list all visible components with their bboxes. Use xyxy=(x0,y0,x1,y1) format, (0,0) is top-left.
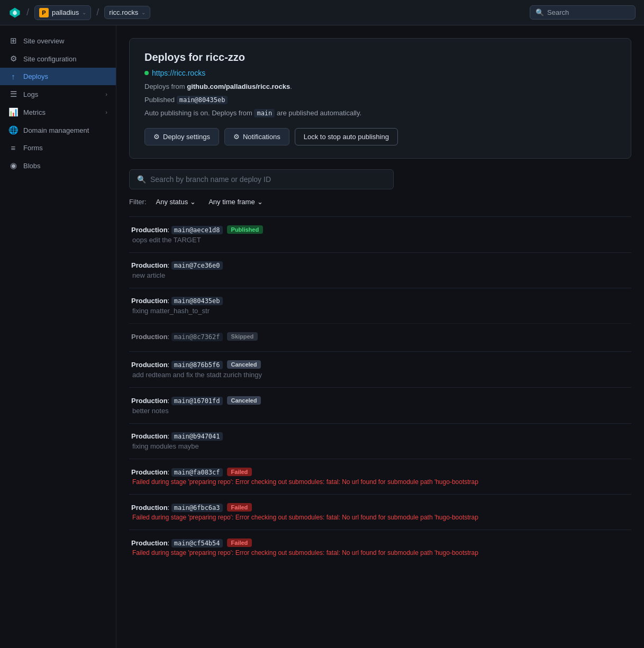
status-badge: Skipped xyxy=(227,332,258,341)
deploy-message: oops edit the TARGET xyxy=(131,236,629,244)
sidebar-item-blobs[interactable]: ◉ Blobs xyxy=(0,157,116,175)
sidebar-item-site-overview[interactable]: ⊞ Site overview xyxy=(0,32,116,50)
deploy-list-item[interactable]: Production: main@6fbc6a3 Failed Failed d… xyxy=(129,494,631,530)
deploy-ref: main@80435eb xyxy=(171,297,223,305)
main-content: Deploys for ricc-zzo https://ricc.rocks … xyxy=(116,25,644,648)
sidebar-item-deploys[interactable]: ↑ Deploys xyxy=(0,68,116,85)
deploy-list: Production: main@aece1d8 Published oops … xyxy=(129,216,631,565)
search-placeholder: Search by branch name or deploy ID xyxy=(150,175,271,184)
search-placeholder: Search xyxy=(547,8,569,16)
deploy-ref: main@16701fd xyxy=(171,397,223,405)
page-title: Deploys for ricc-zzo xyxy=(144,51,616,63)
status-filter[interactable]: Any status ⌄ xyxy=(153,196,199,208)
deploy-list-item[interactable]: Production: main@cf54b54 Failed Failed d… xyxy=(129,530,631,565)
deploy-branch: Production: main@876b5f6 xyxy=(131,361,223,369)
deploy-list-item[interactable]: Production: main@80435eb fixing matter_h… xyxy=(129,288,631,323)
deploy-env: Production xyxy=(131,297,168,305)
deploy-env: Production xyxy=(131,226,168,234)
sidebar-label: Logs xyxy=(23,90,38,98)
deploy-branch: Production: main@cf54b54 xyxy=(131,539,223,547)
site-url-row: https://ricc.rocks xyxy=(144,69,616,77)
deploy-actions: ⚙ Deploy settings ⚙ Notifications Lock t… xyxy=(144,128,616,145)
deploy-row: Production: main@6fbc6a3 Failed xyxy=(131,503,629,512)
domain-icon: 🌐 xyxy=(8,125,18,135)
deploy-branch: Production: main@7ce36e0 xyxy=(131,261,223,269)
deploy-list-item[interactable]: Production: main@8c7362f Skipped xyxy=(129,323,631,351)
deploy-message: new article xyxy=(131,271,629,279)
app-logo[interactable] xyxy=(8,6,21,19)
deploy-list-item[interactable]: Production: main@7ce36e0 new article xyxy=(129,252,631,288)
deploy-message: add redteam and fix the stadt zurich thi… xyxy=(131,371,629,379)
deploy-env: Production xyxy=(131,333,168,341)
blobs-icon: ◉ xyxy=(8,161,18,170)
deploy-ref: main@cf54b54 xyxy=(171,539,223,547)
search-box[interactable]: 🔍 Search by branch name or deploy ID xyxy=(129,169,394,189)
deploy-list-item[interactable]: Production: main@b947041 fixing modules … xyxy=(129,423,631,459)
deploy-icon: ↑ xyxy=(8,72,18,81)
deploy-list-item[interactable]: Production: main@876b5f6 Canceled add re… xyxy=(129,351,631,387)
sidebar-item-metrics[interactable]: 📊 Metrics › xyxy=(0,103,116,121)
status-badge: Failed xyxy=(227,503,252,512)
sidebar: ⊞ Site overview ⚙ Site configuration ↑ D… xyxy=(0,25,116,648)
deploy-branch: Production: main@80435eb xyxy=(131,297,223,305)
sidebar-item-logs[interactable]: ☰ Logs › xyxy=(0,85,116,103)
deploy-list-item[interactable]: Production: main@aece1d8 Published oops … xyxy=(129,216,631,252)
deploy-source-info: Deploys from github.com/palladius/ricc.r… xyxy=(144,81,616,93)
sidebar-item-site-configuration[interactable]: ⚙ Site configuration xyxy=(0,50,116,68)
status-badge: Failed xyxy=(227,539,252,547)
deploy-env: Production xyxy=(131,539,168,547)
deploy-branch: Production: main@fa083cf xyxy=(131,468,223,476)
chevron-down-icon: ⌄ xyxy=(257,198,263,206)
chevron-down-icon: ⌄ xyxy=(190,198,196,206)
deploy-ref: main@876b5f6 xyxy=(171,361,223,369)
status-badge: Canceled xyxy=(227,360,261,369)
auto-publish-branch: main xyxy=(254,109,275,117)
deploy-row: Production: main@b947041 xyxy=(131,432,629,440)
deploy-row: Production: main@cf54b54 Failed xyxy=(131,539,629,547)
bell-icon: ⚙ xyxy=(233,133,240,141)
deploy-branch: Production: main@16701fd xyxy=(131,397,223,405)
sidebar-label: Domain management xyxy=(23,126,89,134)
deploy-settings-button[interactable]: ⚙ Deploy settings xyxy=(144,128,219,145)
org-chevron-icon: ⌄ xyxy=(82,10,86,15)
deploy-list-item[interactable]: Production: main@16701fd Canceled better… xyxy=(129,387,631,423)
deploy-row: Production: main@aece1d8 Published xyxy=(131,225,629,234)
deploy-branch: Production: main@b947041 xyxy=(131,432,223,440)
lock-auto-publish-button[interactable]: Lock to stop auto publishing xyxy=(295,128,398,145)
search-icon: 🔍 xyxy=(536,8,544,16)
deploy-branch: Production: main@6fbc6a3 xyxy=(131,504,223,512)
sidebar-item-forms[interactable]: ≡ Forms xyxy=(0,139,116,157)
time-filter[interactable]: Any time frame ⌄ xyxy=(205,196,266,208)
deploy-error: Failed during stage 'preparing repo': Er… xyxy=(131,478,629,486)
grid-icon: ⊞ xyxy=(8,36,18,45)
deploy-list-item[interactable]: Production: main@fa083cf Failed Failed d… xyxy=(129,459,631,494)
sidebar-label: Site configuration xyxy=(23,55,76,63)
org-name: palladius xyxy=(52,8,79,16)
sidebar-label: Metrics xyxy=(23,108,46,116)
notifications-button[interactable]: ⚙ Notifications xyxy=(224,128,289,145)
chevron-down-icon: › xyxy=(105,91,107,97)
logs-icon: ☰ xyxy=(8,89,18,99)
site-switcher[interactable]: ricc.rocks ⌄ xyxy=(104,6,150,19)
status-badge: Failed xyxy=(227,468,252,476)
deploy-ref: main@fa083cf xyxy=(171,468,223,477)
deploy-error: Failed during stage 'preparing repo': Er… xyxy=(131,514,629,521)
deploy-env: Production xyxy=(131,468,168,476)
deploy-ref: main@b947041 xyxy=(171,432,223,441)
sidebar-item-domain-management[interactable]: 🌐 Domain management xyxy=(0,121,116,139)
deploy-row: Production: main@fa083cf Failed xyxy=(131,468,629,476)
deploy-message: fixing matter_hash_to_str xyxy=(131,307,629,315)
published-ref: main@80435eb xyxy=(177,96,228,104)
deploy-error: Failed during stage 'preparing repo': Er… xyxy=(131,549,629,556)
source-repo: github.com/palladius/ricc.rocks xyxy=(187,83,290,90)
deploy-env: Production xyxy=(131,504,168,512)
status-badge: Published xyxy=(227,225,264,234)
nav-separator-1: / xyxy=(26,7,29,18)
site-url-link[interactable]: https://ricc.rocks xyxy=(152,69,205,77)
deploy-ref: main@aece1d8 xyxy=(171,226,223,234)
org-switcher[interactable]: P palladius ⌄ xyxy=(34,5,91,20)
deploy-row: Production: main@876b5f6 Canceled xyxy=(131,360,629,369)
sidebar-label: Forms xyxy=(23,144,43,152)
top-search[interactable]: 🔍 Search xyxy=(530,5,636,20)
deploy-env: Production xyxy=(131,261,168,269)
